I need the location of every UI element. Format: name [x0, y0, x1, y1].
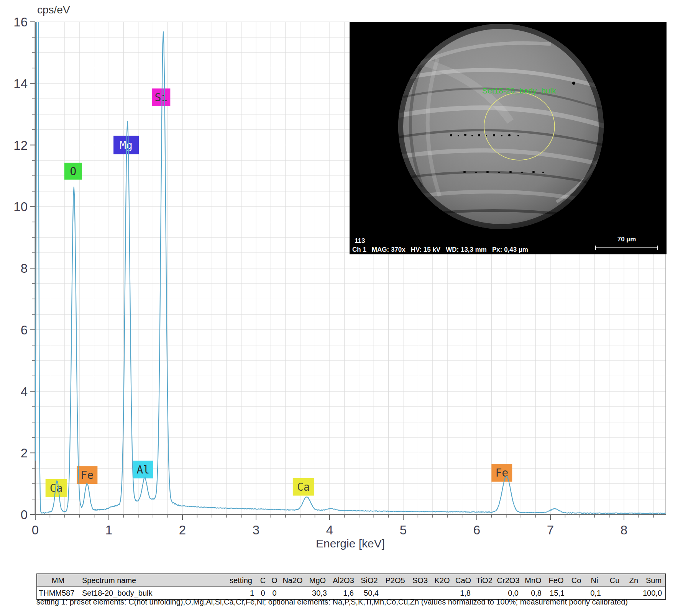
sem-annotation-label: Set18-20_body_bulk — [482, 86, 556, 95]
composition-table: MMSpectrum namesettingCONa2OMgOAl2O3SiO2… — [36, 573, 666, 600]
x-tick-label: 5 — [400, 523, 407, 537]
table-header-na2o: Na2O — [280, 574, 305, 587]
table-header-p2o5: P2O5 — [382, 574, 409, 587]
table-header-cu: Cu — [604, 574, 625, 587]
table-header-ni: Ni — [585, 574, 604, 587]
y-tick-label: 6 — [21, 323, 28, 337]
table-header-sio2: SiO2 — [357, 574, 382, 587]
y-tick-label: 14 — [13, 77, 28, 91]
table-header-setting: setting — [225, 574, 257, 587]
x-tick-label: 3 — [253, 523, 259, 537]
y-tick-label: 16 — [13, 15, 28, 29]
y-tick-label: 4 — [21, 385, 28, 399]
table-header-mm: MM — [37, 574, 79, 587]
y-tick-label: 8 — [21, 261, 28, 275]
x-tick-label: 6 — [473, 523, 480, 537]
y-tick-label: 0 — [21, 508, 28, 522]
table-header-co: Co — [568, 574, 585, 587]
element-marker-al-k-label: Al — [136, 464, 149, 476]
x-tick-label: 8 — [621, 523, 627, 537]
element-marker-mg-k-label: Mg — [120, 139, 133, 152]
table-header-so3: SO3 — [409, 574, 432, 587]
table-header-o: O — [269, 574, 280, 587]
x-tick-label: 1 — [105, 523, 112, 537]
y-tick-label: 12 — [13, 138, 28, 152]
element-marker-fe-l-label: Fe — [81, 469, 94, 482]
sem-scale-label: 70 µm — [595, 236, 658, 243]
table-header-mno: MnO — [522, 574, 545, 587]
table-header-cao: CaO — [453, 574, 474, 587]
table-header-cr2o3: Cr2O3 — [495, 574, 522, 587]
table-header-feo: FeO — [545, 574, 568, 587]
sem-footer-item-4: Px: 0,43 µm — [492, 246, 528, 254]
x-tick-label: 0 — [32, 523, 39, 537]
eds-report-page: cps/eV 0123456780246810121416CaFeOMgAlSi… — [0, 0, 683, 616]
table-header-zn: Zn — [625, 574, 642, 587]
y-tick-label: 10 — [13, 200, 28, 214]
sem-image-inset: Set18-20_body_bulk 113 Ch 1MAG: 370xHV: … — [350, 22, 667, 254]
x-tick-label: 7 — [547, 523, 554, 537]
element-marker-fe-k-label: Fe — [495, 467, 508, 479]
sem-footer: Ch 1MAG: 370xHV: 15 kVWD: 13,3 mmPx: 0,4… — [352, 246, 528, 254]
table-header-k2o: K2O — [432, 574, 453, 587]
sem-micrograph — [350, 22, 667, 254]
x-tick-label: 4 — [326, 523, 333, 537]
y-tick-label: 2 — [21, 446, 28, 460]
x-tick-label: 2 — [179, 523, 186, 537]
x-axis-title: Energie [keV] — [293, 537, 408, 550]
element-marker-ca-k-label: Ca — [297, 481, 310, 493]
sem-footer-item-0: Ch 1 — [352, 246, 366, 254]
table-header-al2o3: Al2O3 — [330, 574, 357, 587]
sem-scale-bar — [595, 247, 658, 248]
sem-footer-item-3: WD: 13,3 mm — [446, 246, 487, 254]
table-header-sum: Sum — [642, 574, 665, 587]
table-header-c: C — [257, 574, 269, 587]
table-header-tio2: TiO2 — [474, 574, 495, 587]
table-header-mgo: MgO — [305, 574, 330, 587]
element-marker-o-k-label: O — [70, 165, 76, 178]
table-cell: 100,0 — [642, 587, 665, 600]
sem-footer-item-1: MAG: 370x — [372, 246, 406, 254]
element-marker-si-k-label: Si — [154, 91, 167, 104]
sem-image-number: 113 — [355, 237, 365, 245]
sem-footer-item-2: HV: 15 kV — [411, 246, 441, 254]
footnote: setting 1: preset elements: C(not unfold… — [36, 598, 628, 606]
table-header-spectrum-name: Spectrum name — [79, 574, 225, 587]
